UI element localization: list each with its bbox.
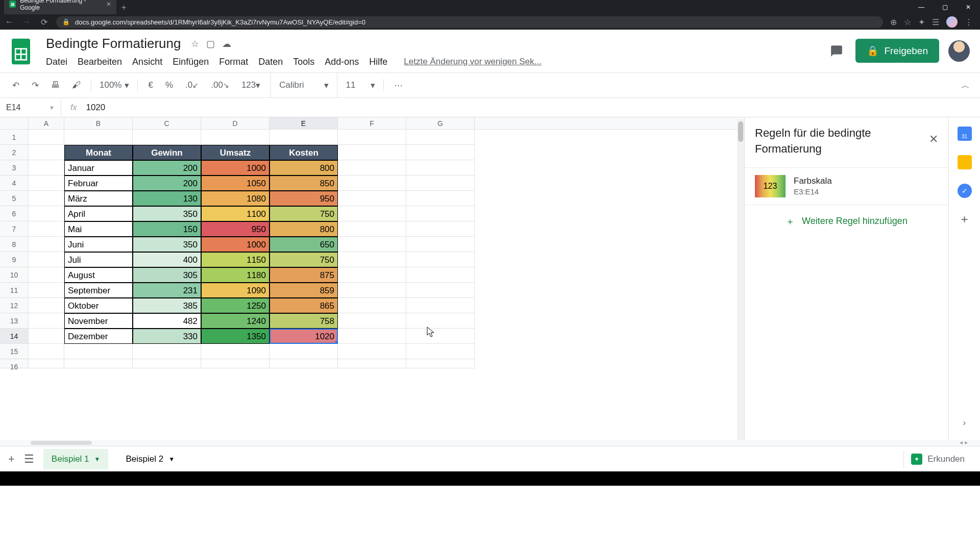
cell[interactable]: Oktober — [64, 298, 133, 313]
cell[interactable] — [29, 267, 64, 283]
cell[interactable] — [406, 145, 475, 160]
cell[interactable] — [29, 329, 64, 344]
redo-icon[interactable]: ↷ — [30, 78, 41, 93]
cell[interactable] — [29, 130, 64, 145]
cell[interactable] — [270, 359, 338, 368]
cell[interactable] — [29, 160, 64, 176]
last-edit-link[interactable]: Letzte Änderung vor wenigen Sek... — [404, 57, 541, 67]
cell[interactable] — [406, 130, 475, 145]
browser-profile-avatar[interactable] — [946, 16, 958, 28]
cell[interactable] — [29, 359, 64, 368]
select-all-corner[interactable] — [0, 117, 29, 129]
cell[interactable] — [64, 344, 133, 359]
chevron-down-icon[interactable]: ▼ — [94, 456, 101, 463]
nav-back-icon[interactable]: ← — [4, 17, 14, 27]
cell[interactable] — [29, 344, 64, 359]
cell[interactable] — [338, 359, 406, 368]
cell[interactable] — [133, 130, 201, 145]
cell[interactable] — [338, 160, 406, 176]
row-header[interactable]: 15 — [0, 344, 29, 359]
cell[interactable] — [338, 237, 406, 252]
add-sheet-button[interactable]: + — [8, 453, 15, 466]
col-header-B[interactable]: B — [64, 117, 133, 129]
horizontal-scrollbar[interactable]: ◂ ▸ — [0, 440, 980, 446]
collapse-toolbar-icon[interactable]: ︿ — [961, 80, 970, 91]
cell[interactable] — [406, 237, 475, 252]
cell[interactable]: 231 — [133, 283, 201, 298]
cell[interactable] — [29, 252, 64, 267]
cell[interactable] — [338, 145, 406, 160]
cell[interactable] — [338, 313, 406, 329]
cell[interactable]: 1000 — [201, 237, 270, 252]
cell[interactable] — [338, 252, 406, 267]
cell[interactable] — [64, 359, 133, 368]
cell[interactable]: Monat — [64, 145, 133, 160]
row-header[interactable]: 16 — [0, 359, 29, 368]
col-header-E[interactable]: E — [270, 117, 338, 129]
scroll-right-icon[interactable]: ▸ — [965, 439, 968, 446]
cell[interactable]: 350 — [133, 206, 201, 221]
cell[interactable] — [201, 130, 270, 145]
increase-decimal-button[interactable]: .00↘ — [209, 78, 231, 92]
decrease-decimal-button[interactable]: .0↙ — [183, 78, 201, 92]
font-family-select[interactable]: Calibri — [279, 80, 304, 90]
menu-datei[interactable]: Datei — [46, 57, 67, 67]
cell[interactable] — [133, 344, 201, 359]
number-format-select[interactable]: 123 ▾ — [239, 78, 262, 93]
cell[interactable] — [29, 237, 64, 252]
keep-icon[interactable] — [958, 155, 972, 169]
star-icon[interactable]: ☆ — [191, 38, 199, 49]
col-header-F[interactable]: F — [338, 117, 406, 129]
cell[interactable]: 330 — [133, 329, 201, 344]
row-header[interactable]: 6 — [0, 206, 29, 221]
cell[interactable] — [338, 206, 406, 221]
col-header-D[interactable]: D — [201, 117, 270, 129]
move-icon[interactable]: ▢ — [206, 38, 215, 49]
hide-side-panel-icon[interactable]: › — [963, 418, 966, 428]
cell[interactable]: 1180 — [201, 267, 270, 283]
cell[interactable]: Juni — [64, 237, 133, 252]
cell[interactable]: 1000 — [201, 160, 270, 176]
all-sheets-icon[interactable]: ☰ — [24, 453, 34, 466]
percent-button[interactable]: % — [163, 78, 175, 92]
cell[interactable]: 859 — [270, 283, 338, 298]
cell[interactable]: Umsatz — [201, 145, 270, 160]
cell[interactable] — [29, 221, 64, 237]
cell[interactable] — [201, 359, 270, 368]
row-header[interactable]: 1 — [0, 130, 29, 145]
cell[interactable]: 1100 — [201, 206, 270, 221]
nav-forward-icon[interactable]: → — [21, 17, 32, 27]
cell[interactable] — [406, 359, 475, 368]
formula-input[interactable]: 1020 — [86, 103, 105, 113]
row-header[interactable]: 13 — [0, 313, 29, 329]
cell[interactable] — [406, 176, 475, 191]
cell[interactable] — [338, 191, 406, 206]
cell[interactable]: 850 — [270, 176, 338, 191]
cell[interactable]: 150 — [133, 221, 201, 237]
row-header[interactable]: 10 — [0, 267, 29, 283]
calendar-icon[interactable] — [958, 127, 972, 141]
browser-tab[interactable]: ▦ Bedingte Formatierung - Google ✕ — [4, 0, 116, 14]
more-tools-icon[interactable]: ⋯ — [392, 78, 405, 93]
cell[interactable] — [64, 130, 133, 145]
cell[interactable] — [406, 344, 475, 359]
cell[interactable]: 1050 — [201, 176, 270, 191]
cell[interactable]: 1240 — [201, 313, 270, 329]
cell[interactable] — [406, 313, 475, 329]
cell[interactable] — [406, 329, 475, 344]
doc-title[interactable]: Bedingte Formatierung — [43, 35, 184, 53]
row-header[interactable]: 3 — [0, 160, 29, 176]
vertical-scrollbar[interactable] — [737, 119, 744, 440]
spreadsheet-grid[interactable]: A B C D E F G 12MonatGewinnUmsatzKosten3… — [0, 117, 744, 440]
cell[interactable]: 482 — [133, 313, 201, 329]
cell[interactable] — [338, 221, 406, 237]
cell[interactable]: August — [64, 267, 133, 283]
font-size-select[interactable]: 11 ▾ — [346, 80, 375, 91]
cell[interactable]: September — [64, 283, 133, 298]
bookmark-icon[interactable]: ☆ — [904, 17, 911, 27]
window-close[interactable]: ✕ — [957, 0, 980, 14]
cell[interactable]: 800 — [270, 221, 338, 237]
add-rule-button[interactable]: ＋ Weitere Regel hinzufügen — [745, 205, 948, 238]
menu-ansicht[interactable]: Ansicht — [132, 57, 162, 67]
tasks-icon[interactable] — [958, 184, 972, 198]
